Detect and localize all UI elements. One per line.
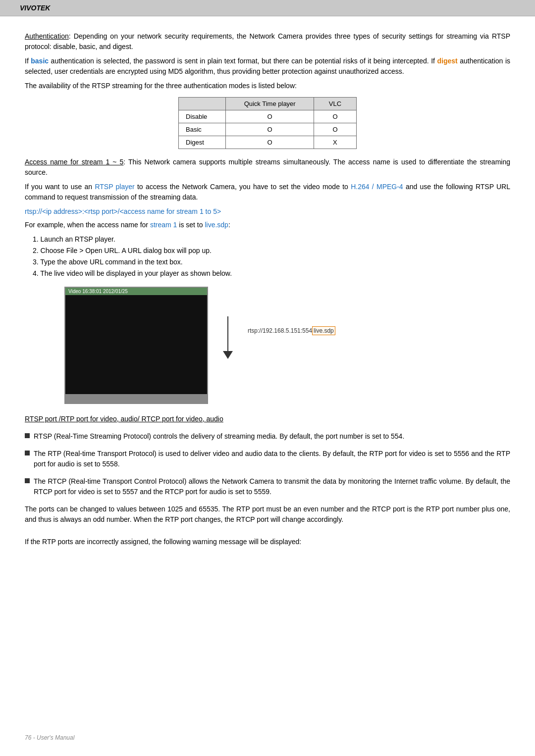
table-cell-digest-vlc: X <box>314 136 356 149</box>
h264-link: H.264 / MPEG-4 <box>351 183 403 191</box>
access-paragraph-2: If you want to use an RTSP player to acc… <box>25 182 510 202</box>
bullet-item-rtcp: The RTCP (Real-time Transport Control Pr… <box>25 476 510 497</box>
bullet-icon-rtp <box>25 451 30 455</box>
brand-title: VIVOTEK <box>20 4 50 12</box>
video-screen <box>65 295 207 394</box>
example-paragraph: For example, when the access name for st… <box>25 220 510 230</box>
bullet-item-rtsp: RTSP (Real-Time Streaming Protocol) cont… <box>25 431 510 442</box>
table-row: Basic O O <box>179 123 357 136</box>
page-header: VIVOTEK <box>0 0 535 16</box>
auth-digest-text: digest <box>437 57 457 65</box>
arrow-line <box>227 316 228 351</box>
bullet-text-rtp: The RTP (Real-time Transport Protocol) i… <box>34 449 510 469</box>
main-content: Authentication: Depending on your networ… <box>0 16 535 571</box>
table-row: Digest O X <box>179 136 357 149</box>
page: VIVOTEK Authentication: Depending on you… <box>0 0 535 756</box>
table-cell-basic-vlc: O <box>314 123 356 136</box>
rtsp-url-label-text: rtsp://192.168.5.151:554 <box>248 327 312 334</box>
rtsp-player-link: RTSP player <box>95 183 134 191</box>
warning-paragraph: If the RTP ports are incorrectly assigne… <box>25 537 510 547</box>
bullet-icon-rtcp <box>25 478 30 483</box>
bullet-text-rtsp: RTSP (Real-Time Streaming Protocol) cont… <box>34 431 510 442</box>
table-cell-basic-qt: O <box>226 123 314 136</box>
table-cell-disable-vlc: O <box>314 110 356 123</box>
video-controls-bar <box>65 394 207 403</box>
access-paragraph-title: Access name for stream 1 ~ 5: This Netwo… <box>25 157 510 178</box>
bullet-section: RTSP (Real-Time Streaming Protocol) cont… <box>25 431 510 497</box>
footer-text: 76 - User's Manual <box>25 734 74 741</box>
arrow-head <box>223 351 233 359</box>
auth-paragraph-2: If basic authentication is selected, the… <box>25 56 510 77</box>
rtsp-url-command: rtsp://<ip address>:<rtsp port>/<access … <box>25 206 510 217</box>
table-header-quicktime: Quick Time player <box>226 98 314 110</box>
auth-table-wrapper: Quick Time player VLC Disable O O Basic … <box>25 97 510 149</box>
video-player: Video 16:38:01 2012/01/25 <box>64 287 208 404</box>
arrow-container <box>223 316 233 359</box>
auth-basic-text: basic <box>31 57 49 65</box>
video-section: Video 16:38:01 2012/01/25 rtsp://192.168… <box>25 287 510 404</box>
stream1-link: stream 1 <box>150 221 177 229</box>
table-cell-disable-label: Disable <box>179 110 226 123</box>
table-cell-basic-label: Basic <box>179 123 226 136</box>
rtsp-url-label-container: rtsp://192.168.5.151:554live.sdp <box>248 326 335 334</box>
rtsp-url-box: live.sdp <box>312 326 335 335</box>
bullet-text-rtcp: The RTCP (Real-time Transport Control Pr… <box>34 476 510 497</box>
access-title: Access name for stream 1 ~ 5 <box>25 158 123 166</box>
steps-list: 1. Launch an RTSP player. 2. Choose File… <box>33 234 510 279</box>
ports-paragraph: The ports can be changed to values betwe… <box>25 504 510 525</box>
bullet-icon-rtsp <box>25 433 30 438</box>
auth-table: Quick Time player VLC Disable O O Basic … <box>178 97 357 149</box>
auth-paragraph-1: Authentication: Depending on your networ… <box>25 31 510 52</box>
auth-label: Authentication <box>25 32 69 40</box>
bullet-item-rtp: The RTP (Real-time Transport Protocol) i… <box>25 449 510 469</box>
table-header-vlc: VLC <box>314 98 356 110</box>
rtsp-section-title: RTSP port /RTP port for video, audio/ RT… <box>25 414 510 424</box>
table-header-empty <box>179 98 226 110</box>
table-cell-digest-qt: O <box>226 136 314 149</box>
step-3: 3. Type the above URL command in the tex… <box>33 257 510 267</box>
step-1: 1. Launch an RTSP player. <box>33 234 510 245</box>
video-titlebar: Video 16:38:01 2012/01/25 <box>65 288 207 295</box>
video-player-wrapper: Video 16:38:01 2012/01/25 <box>64 287 208 404</box>
table-row: Disable O O <box>179 110 357 123</box>
auth-paragraph-3: The availability of the RTSP streaming f… <box>25 81 510 91</box>
page-footer: 76 - User's Manual <box>25 734 74 741</box>
table-cell-disable-qt: O <box>226 110 314 123</box>
live-sdp-link: live.sdp <box>205 221 228 229</box>
step-2: 2. Choose File > Open URL. A URL dialog … <box>33 246 510 256</box>
table-cell-digest-label: Digest <box>179 136 226 149</box>
step-4: 4. The live video will be displayed in y… <box>33 268 510 279</box>
